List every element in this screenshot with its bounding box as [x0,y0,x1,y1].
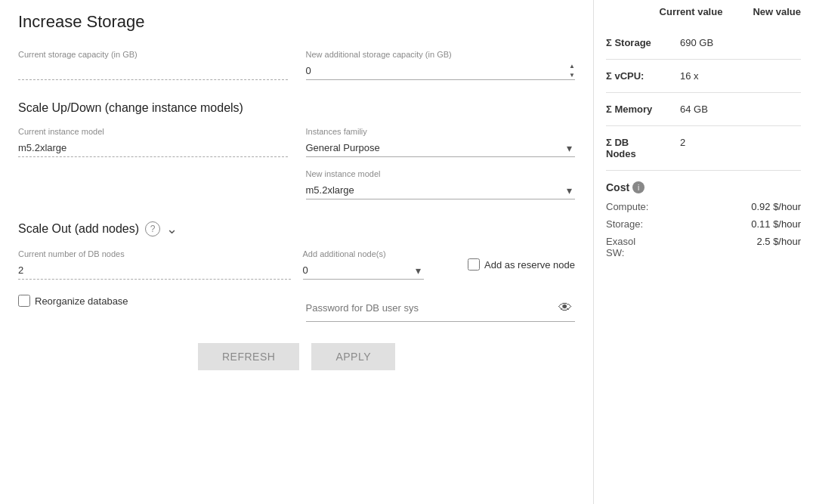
storage-cost-label: Storage: [606,218,643,230]
eye-icon[interactable]: 👁 [558,300,572,316]
apply-button[interactable]: APPLY [311,343,395,370]
metric-memory: Σ Memory 64 GB [606,93,801,126]
new-storage-label: New additional storage capacity (in GB) [306,50,576,59]
spin-down-icon[interactable]: ▼ [569,71,575,80]
metric-storage: Σ Storage 690 GB [606,26,801,60]
add-nodes-label: Add additional node(s) [303,249,462,258]
current-model-group: Current instance model m5.2xlarge [18,127,288,157]
spin-up-icon[interactable]: ▲ [569,62,575,71]
new-instance-group: New instance model m5.2xlarge m5.4xlarge… [306,169,576,199]
compute-cost-row: Compute: 0.92 $/hour [606,201,801,212]
instances-family-dropdown-wrapper: General Purpose Compute Optimized Memory… [306,139,576,157]
instances-family-label: Instances familiy [306,127,576,136]
right-panel: Current value New value Σ Storage 690 GB… [594,0,813,504]
reorganize-checkbox[interactable] [18,295,30,307]
new-instance-label: New instance model [306,169,576,178]
storage-section: Current storage capacity (in GB) New add… [18,50,575,80]
storage-cost-value: 0.11 $/hour [751,218,801,230]
reorganize-group: Reorganize database [18,295,288,307]
current-storage-label: Current storage capacity (in GB) [18,50,288,59]
add-nodes-group: Add additional node(s) 0 1 2 3 4 ▾ [303,249,462,280]
storage-cost-row: Storage: 0.11 $/hour [606,218,801,230]
help-icon[interactable]: ? [145,221,160,237]
add-nodes-select[interactable]: 0 1 2 3 4 [303,261,424,279]
vcpu-metric-value: 16 x [680,70,699,82]
new-storage-input-wrapper: ▲ ▼ [306,62,576,80]
new-instance-select[interactable]: m5.2xlarge m5.4xlarge m5.8xlarge [306,181,576,199]
cost-title: Cost [606,181,629,193]
storage-metric-value: 690 GB [680,37,713,48]
password-input[interactable] [306,299,576,317]
reorg-password-row: Reorganize database 👁 [18,295,575,322]
collapse-icon[interactable]: ⌄ [166,221,178,237]
page-title: Increase Storage [18,12,575,32]
current-model-value: m5.2xlarge [18,139,288,157]
metric-db-nodes: Σ DBNodes 2 [606,126,801,171]
memory-metric-value: 64 GB [680,104,708,115]
reorganize-label: Reorganize database [35,295,128,307]
current-nodes-group: Current number of DB nodes 2 [18,249,291,280]
instances-family-select[interactable]: General Purpose Compute Optimized Memory… [306,139,576,156]
new-storage-group: New additional storage capacity (in GB) … [306,50,576,80]
left-panel: Increase Storage Current storage capacit… [0,0,594,504]
compute-cost-label: Compute: [606,201,648,212]
current-storage-group: Current storage capacity (in GB) [18,50,288,80]
db-nodes-metric-label: Σ DBNodes [606,137,674,159]
exasol-cost-row: ExasolSW: 2.5 $/hour [606,236,801,258]
storage-spinner[interactable]: ▲ ▼ [569,62,575,79]
new-storage-input[interactable] [306,62,576,79]
add-nodes-row: Current number of DB nodes 2 Add additio… [18,249,575,280]
scale-out-header: Scale Out (add nodes) ? ⌄ [18,221,575,237]
password-group: 👁 [306,295,576,322]
db-nodes-metric-value: 2 [680,137,685,148]
compute-cost-value: 0.92 $/hour [751,201,801,212]
storage-metric-label: Σ Storage [606,37,674,48]
add-nodes-dropdown-wrapper: 0 1 2 3 4 ▾ [303,261,424,280]
col1-header: Current value [660,6,723,17]
add-nodes-right: Add additional node(s) 0 1 2 3 4 ▾ [303,249,576,280]
button-row: REFRESH APPLY [18,343,575,370]
metric-vcpu: Σ vCPU: 16 x [606,60,801,93]
instances-family-group: Instances familiy General Purpose Comput… [306,127,576,157]
cost-title-row: Cost i [606,181,801,193]
memory-metric-label: Σ Memory [606,104,674,115]
reserve-node-label[interactable]: Add as reserve node [468,258,575,271]
current-storage-value [18,62,288,80]
new-instance-dropdown-wrapper: m5.2xlarge m5.4xlarge m5.8xlarge ▾ [306,181,576,199]
instance-field-row: Current instance model m5.2xlarge Instan… [18,127,575,157]
vcpu-metric-label: Σ vCPU: [606,70,674,82]
refresh-button[interactable]: REFRESH [198,343,299,370]
exasol-cost-value: 2.5 $/hour [756,236,801,258]
storage-field-row: Current storage capacity (in GB) New add… [18,50,575,80]
reserve-node-checkbox[interactable] [468,258,480,271]
scale-section-title: Scale Up/Down (change instance models) [18,101,575,115]
scale-out-section: Scale Out (add nodes) ? ⌄ Current number… [18,221,575,322]
scale-out-title: Scale Out (add nodes) [18,222,139,236]
current-model-label: Current instance model [18,127,288,136]
cost-section: Cost i Compute: 0.92 $/hour Storage: 0.1… [606,171,801,258]
exasol-cost-label: ExasolSW: [606,236,635,258]
reserve-node-text: Add as reserve node [484,259,575,271]
cost-info-icon[interactable]: i [632,181,645,193]
col2-header: New value [753,6,801,17]
current-nodes-value: 2 [18,261,291,280]
current-nodes-label: Current number of DB nodes [18,249,291,258]
right-header-row: Current value New value [606,6,801,17]
scale-section: Scale Up/Down (change instance models) C… [18,101,575,199]
new-instance-row: New instance model m5.2xlarge m5.4xlarge… [18,169,575,199]
